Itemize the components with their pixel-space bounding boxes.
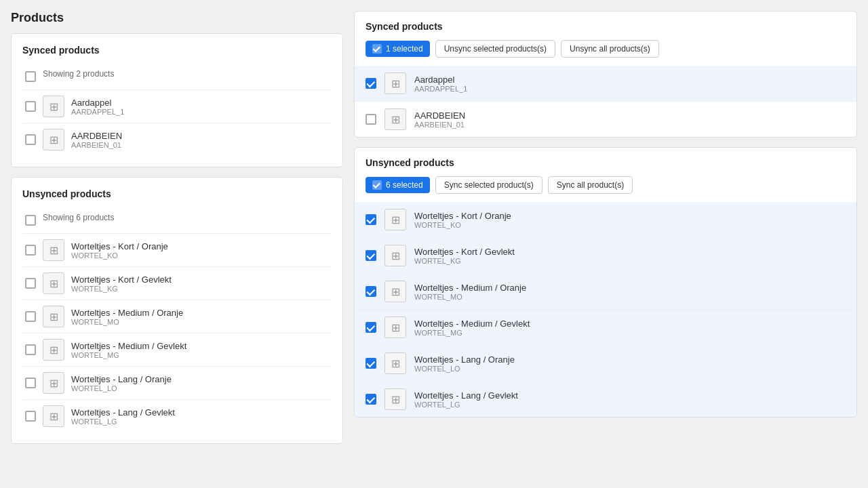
right-unsynced-item-checkbox[interactable] (366, 322, 376, 333)
product-info: Worteltjes - Medium / Gevlekt WORTEL_MG (414, 319, 530, 337)
image-icon: ⊞ (391, 357, 400, 370)
image-icon: ⊞ (50, 244, 58, 257)
right-synced-selected-badge[interactable]: 1 selected (366, 41, 430, 57)
left-synced-select-all-checkbox[interactable] (25, 71, 36, 82)
image-icon: ⊞ (391, 393, 400, 406)
product-sku: WORTEL_LO (414, 365, 515, 373)
right-unsynced-item-checkbox[interactable] (366, 358, 376, 369)
left-unsynced-product-list: ⊞ Worteltjes - Kort / Oranje WORTEL_KO ⊞… (22, 234, 332, 432)
product-name: AARDBEIEN (71, 131, 122, 141)
product-info: Worteltjes - Medium / Oranje WORTEL_MO (414, 283, 526, 301)
product-thumbnail: ⊞ (43, 96, 64, 117)
left-synced-item: ⊞ AARDBEIEN AARBEIEN_01 (22, 123, 332, 156)
right-synced-card: Synced products 1 selected Unsync select… (354, 11, 857, 138)
right-synced-product-list: ⊞ Aardappel AARDAPPEL_1 ⊞ AARDBEIEN AARB… (355, 66, 856, 137)
left-unsynced-item: ⊞ Worteltjes - Kort / Gevlekt WORTEL_KG (22, 267, 332, 300)
right-unsynced-item-checkbox[interactable] (366, 286, 376, 297)
right-unsynced-item: ⊞ Worteltjes - Medium / Oranje WORTEL_MO (355, 274, 856, 310)
product-thumbnail: ⊞ (43, 372, 64, 394)
product-info: Worteltjes - Medium / Oranje WORTEL_MO (71, 308, 183, 326)
left-unsynced-item: ⊞ Worteltjes - Kort / Oranje WORTEL_KO (22, 234, 332, 267)
image-icon: ⊞ (50, 410, 58, 423)
left-unsynced-item: ⊞ Worteltjes - Medium / Oranje WORTEL_MO (22, 300, 332, 333)
product-name: AARDBEIEN (414, 110, 465, 121)
right-unsynced-product-list: ⊞ Worteltjes - Kort / Oranje WORTEL_KO ⊞… (355, 202, 856, 417)
right-unsynced-item-checkbox[interactable] (366, 250, 376, 261)
product-sku: WORTEL_LG (414, 401, 518, 409)
image-icon: ⊞ (50, 277, 58, 290)
product-sku: WORTEL_MO (71, 318, 183, 326)
unsynced-badge-check-icon (372, 180, 382, 190)
product-thumbnail: ⊞ (384, 352, 406, 374)
left-unsynced-card: Unsynced products Showing 6 products ⊞ W… (11, 177, 343, 444)
left-unsynced-item-checkbox[interactable] (25, 411, 36, 422)
right-synced-action-bar: 1 selected Unsync selected products(s) U… (355, 40, 856, 66)
right-unsynced-item-checkbox[interactable] (366, 394, 376, 405)
image-icon: ⊞ (391, 285, 400, 298)
right-unsynced-title: Unsynced products (366, 157, 846, 168)
image-icon: ⊞ (391, 249, 400, 262)
right-unsynced-item: ⊞ Worteltjes - Kort / Oranje WORTEL_KO (355, 202, 856, 238)
product-info: Worteltjes - Kort / Oranje WORTEL_KO (414, 211, 511, 229)
product-info: AARDBEIEN AARBEIEN_01 (414, 110, 465, 129)
product-info: Aardappel AARDAPPEL_1 (414, 75, 467, 93)
right-unsynced-item: ⊞ Worteltjes - Lang / Gevlekt WORTEL_LG (355, 382, 856, 417)
product-info: Aardappel AARDAPPEL_1 (71, 98, 124, 116)
sync-selected-button[interactable]: Sync selected product(s) (435, 176, 542, 194)
image-icon: ⊞ (50, 310, 58, 323)
product-info: Worteltjes - Lang / Oranje WORTEL_LO (71, 374, 172, 392)
image-icon: ⊞ (50, 100, 58, 113)
right-synced-item: ⊞ AARDBEIEN AARBEIEN_01 (355, 102, 856, 137)
product-name: Worteltjes - Kort / Oranje (71, 241, 168, 251)
right-synced-title: Synced products (366, 21, 846, 32)
product-thumbnail: ⊞ (384, 388, 406, 410)
unsync-all-button[interactable]: Unsync all products(s) (561, 40, 659, 58)
left-unsynced-item-checkbox[interactable] (25, 344, 36, 355)
product-name: Worteltjes - Lang / Gevlekt (414, 390, 518, 401)
right-unsynced-item: ⊞ Worteltjes - Kort / Gevlekt WORTEL_KG (355, 238, 856, 274)
product-sku: WORTEL_MO (414, 293, 526, 301)
left-synced-item-checkbox[interactable] (25, 101, 36, 112)
product-info: Worteltjes - Lang / Oranje WORTEL_LO (414, 354, 515, 373)
product-sku: WORTEL_KG (71, 285, 172, 293)
right-synced-item-checkbox[interactable] (366, 78, 376, 89)
right-synced-badge-label: 1 selected (386, 44, 423, 54)
left-unsynced-item: ⊞ Worteltjes - Lang / Gevlekt WORTEL_LG (22, 400, 332, 432)
product-sku: WORTEL_KO (71, 251, 168, 260)
product-sku: WORTEL_KO (414, 221, 511, 229)
right-unsynced-item-checkbox[interactable] (366, 214, 376, 225)
left-unsynced-item-checkbox[interactable] (25, 311, 36, 322)
product-name: Aardappel (414, 75, 467, 85)
image-icon: ⊞ (50, 134, 58, 146)
image-icon: ⊞ (391, 113, 400, 126)
product-name: Worteltjes - Kort / Gevlekt (414, 247, 515, 257)
left-unsynced-item-checkbox[interactable] (25, 245, 36, 256)
product-sku: AARDAPPEL_1 (71, 108, 124, 116)
product-name: Worteltjes - Medium / Gevlekt (71, 341, 186, 351)
left-panel: Products Synced products Showing 2 produ… (11, 11, 343, 477)
left-unsynced-item-checkbox[interactable] (25, 278, 36, 289)
left-unsynced-select-all-checkbox[interactable] (25, 215, 36, 226)
right-panel: Synced products 1 selected Unsync select… (354, 11, 857, 477)
right-unsynced-action-bar: 6 selected Sync selected product(s) Sync… (355, 176, 856, 202)
product-name: Worteltjes - Lang / Oranje (414, 354, 515, 365)
product-name: Worteltjes - Medium / Oranje (71, 308, 183, 318)
product-sku: WORTEL_MG (414, 329, 530, 337)
image-icon: ⊞ (50, 344, 58, 357)
product-info: AARDBEIEN AARBEIEN_01 (71, 131, 122, 149)
right-synced-item-checkbox[interactable] (366, 114, 376, 125)
sync-all-button[interactable]: Sync all product(s) (548, 176, 633, 194)
product-sku: WORTEL_KG (414, 257, 515, 265)
left-unsynced-item-checkbox[interactable] (25, 378, 36, 388)
left-synced-title: Synced products (22, 45, 332, 56)
left-synced-item-checkbox[interactable] (25, 134, 36, 145)
product-info: Worteltjes - Kort / Gevlekt WORTEL_KG (414, 247, 515, 265)
product-thumbnail: ⊞ (384, 317, 406, 338)
product-thumbnail: ⊞ (43, 129, 64, 150)
product-name: Worteltjes - Medium / Gevlekt (414, 319, 530, 329)
left-synced-card: Synced products Showing 2 products ⊞ Aar… (11, 33, 343, 167)
unsync-selected-button[interactable]: Unsync selected products(s) (435, 40, 555, 58)
product-thumbnail: ⊞ (384, 209, 406, 230)
right-unsynced-selected-badge[interactable]: 6 selected (366, 177, 430, 193)
left-unsynced-item: ⊞ Worteltjes - Lang / Oranje WORTEL_LO (22, 367, 332, 400)
